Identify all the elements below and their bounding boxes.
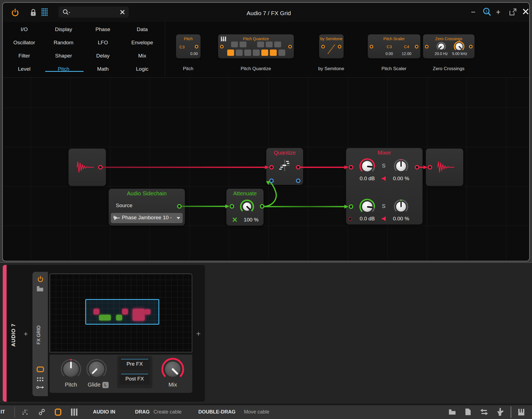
mix-param-knob[interactable] [160, 357, 185, 382]
swap-arrows-icon[interactable] [480, 409, 488, 415]
category-display[interactable]: Display [55, 26, 72, 32]
popout-icon[interactable] [509, 8, 517, 16]
quantize-key-g[interactable] [261, 50, 268, 56]
device-name-label[interactable]: FX GRID [36, 313, 44, 357]
quantize-mod-out-port[interactable] [297, 179, 300, 183]
by-semitone-out-port[interactable] [338, 45, 341, 48]
add-device-button[interactable]: + [196, 329, 201, 338]
palette-device-pitch[interactable]: Pitch C3 0.00 [176, 34, 201, 58]
scaler-from-note[interactable]: C3 [386, 44, 392, 49]
device-search-input[interactable] [59, 7, 129, 18]
cable-link-icon[interactable] [39, 409, 45, 416]
zoom-in-button[interactable]: + [496, 8, 500, 17]
category-level[interactable]: Level [18, 66, 30, 72]
pitch-quantize-out-port[interactable] [288, 45, 292, 48]
routing-icon[interactable] [36, 385, 44, 390]
preset-folder-icon[interactable] [37, 286, 44, 292]
grid-mode-icon[interactable] [42, 8, 48, 16]
glide-param-knob[interactable] [85, 358, 108, 381]
quantize-key-e[interactable] [244, 50, 251, 56]
category-filter[interactable]: Filter [18, 53, 30, 59]
quantize-mod-in-port[interactable] [270, 179, 273, 183]
sidechain-out-port[interactable] [178, 205, 181, 208]
category-io[interactable]: I/O [21, 26, 28, 32]
file-icon[interactable] [465, 409, 471, 415]
zero-crossings-out-port[interactable] [469, 45, 473, 48]
quantize-key-a[interactable] [270, 50, 277, 56]
scaler-to-value[interactable]: 12.00 [402, 51, 411, 56]
quantize-in-port[interactable] [270, 166, 273, 169]
remote-controls-icon[interactable] [37, 377, 44, 382]
power-icon[interactable] [11, 8, 19, 17]
quantize-out-port[interactable] [297, 166, 300, 169]
zero-max-value[interactable]: 5.00 kHz [452, 51, 467, 56]
zero-max-knob[interactable] [453, 40, 465, 53]
glide-legato-badge[interactable]: L [102, 382, 109, 388]
pitch-param-knob[interactable] [59, 358, 83, 381]
device-panel-toggle-icon[interactable] [37, 366, 44, 372]
pre-fx-button[interactable]: Pre FX [119, 358, 150, 370]
mixer-extra-port[interactable] [349, 217, 352, 221]
scaler-to-note[interactable]: C4 [404, 44, 409, 49]
cable-attenuate-to-quantize-mod[interactable] [262, 182, 276, 207]
fx-grid-device-strip[interactable]: FX GRID [32, 272, 48, 396]
attenuate-out-port[interactable] [260, 205, 264, 208]
mixer-ch2-in-port[interactable] [349, 205, 353, 209]
pitch-value[interactable]: 0.00 [190, 51, 198, 56]
post-fx-button[interactable]: Post FX [119, 373, 150, 385]
category-delay[interactable]: Delay [96, 53, 110, 59]
quantize-key-c[interactable] [227, 50, 234, 56]
quantize-key-b[interactable] [278, 50, 285, 56]
track-name-label[interactable]: AUDIO 7 [10, 297, 20, 374]
category-math[interactable]: Math [97, 66, 109, 72]
scaler-from-value[interactable]: 0.00 [385, 51, 393, 56]
quantize-key-fs[interactable] [257, 42, 264, 47]
columns-icon[interactable] [71, 409, 78, 416]
category-mix[interactable]: Mix [138, 53, 146, 59]
browser-folder-icon[interactable] [449, 409, 456, 415]
grid-dots-icon[interactable] [23, 410, 28, 415]
grid-canvas[interactable]: Quantize Mixer [3, 78, 529, 261]
palette-device-pitch-scaler[interactable]: Pitch Scaler C3 C4 0.00 12.00 [368, 34, 420, 58]
audio-in-out-port[interactable] [99, 166, 102, 169]
by-semitone-in-port[interactable] [321, 45, 325, 48]
zoom-reset-button[interactable]: 1 [482, 7, 492, 17]
quantize-key-d[interactable] [236, 50, 243, 56]
palette-device-by-semitone[interactable]: by Semitone [319, 34, 344, 58]
add-track-device-button[interactable]: + [24, 330, 28, 338]
zero-min-knob[interactable] [436, 41, 447, 52]
track-color-stripe[interactable] [3, 265, 7, 402]
category-lfo[interactable]: LFO [98, 40, 108, 46]
hand-tool-icon[interactable] [497, 408, 504, 416]
device-power-icon[interactable] [37, 276, 44, 282]
category-data[interactable]: Data [137, 26, 148, 32]
pitch-note-value[interactable]: C3 [179, 45, 185, 49]
palette-device-zero-crossings[interactable]: Zero Crossings 20.0 Hz 5.00 kHz [423, 34, 475, 58]
quantize-key-as[interactable] [274, 42, 281, 47]
zoom-out-button[interactable]: − [471, 8, 475, 17]
piano-keys-icon[interactable] [518, 409, 525, 415]
quantize-key-f[interactable] [253, 50, 260, 56]
category-phase[interactable]: Phase [95, 26, 110, 32]
category-logic[interactable]: Logic [136, 66, 148, 72]
attenuate-in-port[interactable] [230, 205, 234, 208]
clear-search-icon[interactable] [120, 10, 125, 15]
mixer-ch1-in-port[interactable] [349, 166, 353, 169]
pitch-scaler-in-port[interactable] [370, 45, 373, 48]
pitch-out-port[interactable] [195, 45, 198, 48]
zero-crossings-in-port[interactable] [425, 45, 429, 48]
category-envelope[interactable]: Envelope [131, 40, 153, 46]
display-mode-icon-active[interactable] [54, 408, 62, 416]
palette-device-pitch-quantize[interactable]: Pitch Quantize [218, 34, 294, 58]
audio-out-in-port[interactable] [428, 166, 432, 169]
quantize-key-ds[interactable] [240, 42, 246, 47]
category-shaper[interactable]: Shaper [55, 53, 72, 59]
mixer-out-port[interactable] [415, 166, 419, 169]
fx-grid-thumbnail[interactable] [50, 273, 192, 352]
zero-min-value[interactable]: 20.0 Hz [435, 51, 448, 56]
category-random[interactable]: Random [54, 40, 73, 46]
quantize-key-gs[interactable] [266, 42, 273, 47]
lock-icon[interactable] [30, 9, 37, 16]
pitch-quantize-in-port[interactable] [220, 45, 224, 48]
close-icon[interactable] [523, 9, 529, 15]
